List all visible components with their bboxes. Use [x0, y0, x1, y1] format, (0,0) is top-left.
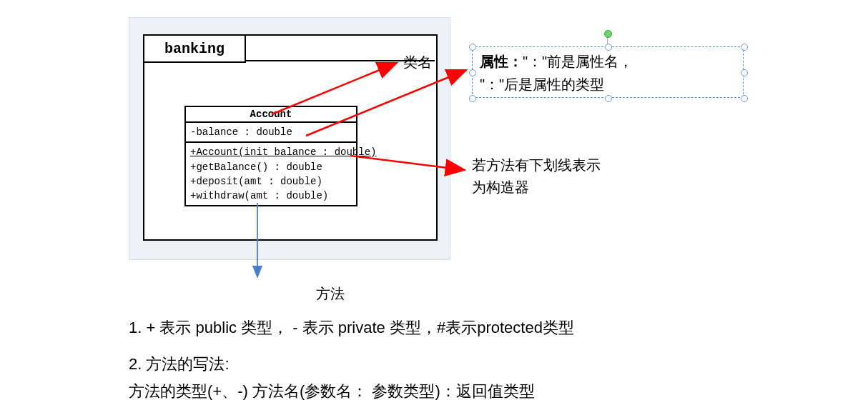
- note-line-1: 1. + 表示 public 类型， - 表示 private 类型，#表示pr…: [129, 314, 574, 341]
- note-line-2: 2. 方法的写法:: [129, 351, 574, 377]
- class-methods: +Account(init_balance : double) +getBala…: [186, 143, 356, 205]
- callout-line1: 属性："："前是属性名，: [480, 54, 633, 69]
- selection-handle-icon[interactable]: [741, 44, 748, 51]
- note-line-3: 方法的类型(+、-) 方法名(参数名： 参数类型)：返回值类型: [129, 378, 574, 404]
- selection-handle-icon[interactable]: [741, 95, 748, 102]
- label-classname: 类名: [403, 53, 432, 72]
- method-row: +Account(init_balance : double): [190, 145, 352, 159]
- selection-handle-icon[interactable]: [605, 95, 612, 102]
- method-row: +deposit(amt : double): [190, 174, 352, 189]
- selection-handle-icon[interactable]: [469, 69, 476, 76]
- package-tab: banking: [143, 34, 246, 63]
- class-name: Account: [186, 107, 356, 123]
- notes-block: 1. + 表示 public 类型， - 表示 private 类型，#表示pr…: [129, 314, 574, 404]
- attribute-callout[interactable]: 属性："："前是属性名， "："后是属性的类型: [472, 46, 744, 98]
- label-constructor: 若方法有下划线表示为构造器: [472, 154, 601, 199]
- selection-handle-icon[interactable]: [469, 95, 476, 102]
- package-name: banking: [164, 41, 225, 57]
- selection-handle-icon[interactable]: [605, 44, 612, 51]
- class-attributes: -balance : double: [186, 123, 356, 143]
- method-row: +getBalance() : double: [190, 160, 352, 174]
- label-method: 方法: [316, 284, 345, 304]
- selection-handle-icon[interactable]: [741, 69, 748, 76]
- attribute-row: -balance : double: [190, 125, 352, 139]
- method-row: +withdraw(amt : double): [190, 189, 352, 203]
- selection-handle-icon[interactable]: [469, 44, 476, 51]
- rotation-handle-icon[interactable]: [604, 30, 612, 38]
- callout-bold: 属性：: [480, 54, 523, 69]
- class-box: Account -balance : double +Account(init_…: [184, 106, 357, 206]
- method-text: +Account(init_balance : double): [190, 146, 376, 158]
- callout-line2: "："后是属性的类型: [480, 76, 604, 92]
